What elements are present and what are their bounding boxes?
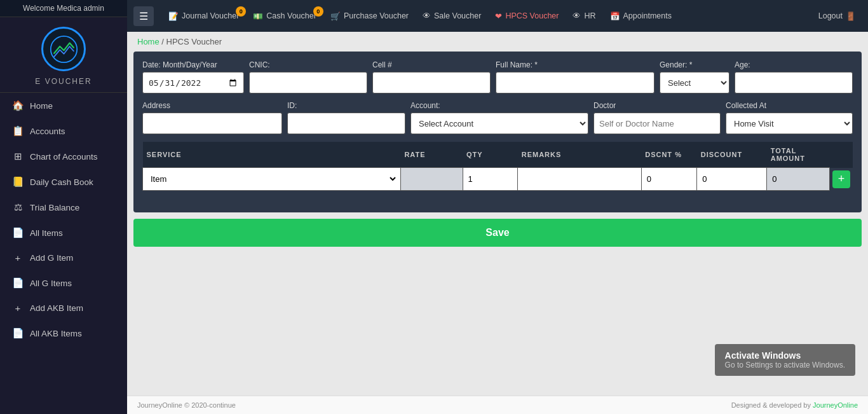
- sidebar-item-addakbitem-label: Add AKB Item: [30, 303, 83, 313]
- total-input[interactable]: [770, 171, 827, 187]
- save-button[interactable]: Save: [133, 219, 862, 247]
- cnic-label: CNIC:: [249, 60, 367, 69]
- topbar-journal-label: Journal Voucher: [182, 11, 239, 20]
- topbar-purchase-label: Purchase Voucher: [344, 11, 409, 20]
- cnic-input[interactable]: [249, 72, 367, 93]
- dscnt-input[interactable]: [644, 171, 695, 187]
- topbar-journal-voucher[interactable]: 📝 Journal Voucher 0: [163, 8, 245, 25]
- addgitem-icon: +: [12, 252, 24, 263]
- topbar-logout-label: Logout: [818, 11, 843, 20]
- sidebar-item-all-items[interactable]: 📄 All Items: [0, 220, 127, 245]
- address-label: Address: [142, 101, 282, 110]
- cashbook-icon: 📒: [12, 176, 24, 188]
- chart-icon: ⊞: [12, 151, 24, 162]
- sidebar-item-all-akb-items[interactable]: 📄 All AKB Items: [0, 321, 127, 346]
- collected-label: Collected At: [726, 101, 853, 110]
- form-group-gender: Gender: * Select Male Female Other: [660, 60, 729, 93]
- th-service: SERVICE: [143, 142, 401, 168]
- accounts-icon: 📋: [12, 125, 24, 137]
- sidebar-item-home[interactable]: 🏠 Home: [0, 93, 127, 118]
- topbar-sale-voucher[interactable]: 👁 Sale Voucher: [417, 8, 487, 24]
- sidebar-item-chart-of-accounts[interactable]: ⊞ Chart of Accounts: [0, 144, 127, 169]
- form-group-cnic: CNIC:: [249, 60, 367, 93]
- add-row-button[interactable]: +: [832, 170, 850, 188]
- sale-icon: 👁: [423, 11, 431, 20]
- footer-left: JourneyOnline © 2020-continue: [137, 401, 236, 409]
- discount-input[interactable]: [700, 171, 764, 187]
- age-input[interactable]: [735, 72, 853, 93]
- appointments-icon: 📅: [610, 11, 620, 21]
- logout-icon: 🚪: [846, 11, 856, 21]
- remarks-cell: [518, 168, 642, 191]
- date-input[interactable]: [142, 72, 244, 93]
- collected-select[interactable]: Home Visit Office Lab: [726, 113, 853, 134]
- add-row-cell: +: [830, 168, 853, 191]
- rate-input[interactable]: [403, 171, 460, 187]
- form-row-2: Address ID: Account: Select Account Doct…: [142, 101, 853, 134]
- remarks-input[interactable]: [520, 171, 639, 187]
- th-remarks: REMARKS: [518, 142, 642, 168]
- topbar-nav: 📝 Journal Voucher 0 💵 Cash Voucher 0 🛒 P…: [163, 8, 809, 25]
- total-cell: [767, 168, 830, 191]
- sidebar-item-all-g-items[interactable]: 📄 All G Items: [0, 270, 127, 296]
- sidebar-item-trial-label: Trial Balance: [30, 203, 79, 212]
- fullname-input[interactable]: [496, 72, 654, 93]
- allgitems-icon: 📄: [12, 277, 24, 289]
- purchase-icon: 🛒: [330, 11, 341, 21]
- form-group-doctor: Doctor: [593, 101, 721, 134]
- sidebar-item-chart-label: Chart of Accounts: [30, 152, 98, 162]
- topbar-appointments[interactable]: 📅 Appointments: [604, 8, 677, 25]
- topbar-hpcs-voucher[interactable]: ❤ HPCS Voucher: [489, 8, 564, 25]
- item-select[interactable]: Item: [146, 170, 398, 188]
- qty-input[interactable]: [466, 171, 515, 187]
- rate-cell: [400, 168, 463, 191]
- gender-select[interactable]: Select Male Female Other: [660, 72, 729, 93]
- topbar-purchase-voucher[interactable]: 🛒 Purchase Voucher: [325, 8, 414, 25]
- breadcrumb-current: HPCS Voucher: [166, 37, 222, 46]
- th-discount: DISCOUNT: [697, 142, 767, 168]
- cash-badge: 0: [313, 6, 323, 17]
- topbar-cash-voucher[interactable]: 💵 Cash Voucher 0: [247, 8, 322, 25]
- journal-voucher-icon: 📝: [168, 11, 179, 21]
- th-rate: RATE: [400, 142, 463, 168]
- cell-input[interactable]: [372, 72, 491, 93]
- hpcs-icon: ❤: [495, 11, 502, 21]
- table-row: Item: [143, 168, 853, 191]
- topbar-cash-label: Cash Voucher: [266, 11, 316, 20]
- logout-button[interactable]: Logout 🚪: [813, 8, 862, 25]
- sidebar-item-add-akb-item[interactable]: + Add AKB Item: [0, 296, 127, 321]
- content-area: Home / HPCS Voucher Date: Month/Day/Year…: [127, 32, 868, 396]
- topbar: ☰ 📝 Journal Voucher 0 💵 Cash Voucher 0 🛒…: [127, 0, 868, 32]
- age-label: Age:: [735, 60, 853, 69]
- footer-journey-link[interactable]: JourneyOnline: [813, 401, 858, 409]
- table-empty-row: [143, 191, 853, 204]
- breadcrumb-home[interactable]: Home: [137, 37, 159, 46]
- topbar-hr[interactable]: 👁 HR: [567, 8, 601, 24]
- account-select[interactable]: Select Account: [410, 113, 588, 134]
- sidebar-item-trial-balance[interactable]: ⚖ Trial Balance: [0, 195, 127, 220]
- address-input[interactable]: [142, 113, 282, 134]
- sidebar-item-allitems-label: All Items: [30, 228, 63, 238]
- allitems-icon: 📄: [12, 227, 24, 238]
- sidebar-brand: E VOUCHER: [35, 77, 92, 86]
- sidebar-item-daily-cash-book[interactable]: 📒 Daily Cash Book: [0, 169, 127, 195]
- dscnt-cell: [641, 168, 697, 191]
- date-label: Date: Month/Day/Year: [142, 60, 244, 69]
- sidebar-item-add-g-item[interactable]: + Add G Item: [0, 245, 127, 270]
- sidebar: Welcome Medica admin E VOUCHER 🏠 Home 📋 …: [0, 0, 127, 414]
- form-group-account: Account: Select Account: [410, 101, 588, 134]
- sidebar-item-accounts[interactable]: 📋 Accounts: [0, 118, 127, 144]
- doctor-input[interactable]: [593, 113, 721, 134]
- sidebar-item-allgitems-label: All G Items: [30, 279, 72, 288]
- footer-right-text: Designed & developed by: [731, 401, 813, 409]
- breadcrumb-separator: /: [161, 37, 166, 46]
- sidebar-item-home-label: Home: [30, 101, 53, 111]
- sidebar-item-allakbitems-label: All AKB Items: [30, 329, 82, 338]
- form-group-age: Age:: [735, 60, 853, 93]
- hamburger-button[interactable]: ☰: [133, 6, 154, 26]
- cell-label: Cell #: [372, 60, 491, 69]
- id-input[interactable]: [287, 113, 405, 134]
- main-area: ☰ 📝 Journal Voucher 0 💵 Cash Voucher 0 🛒…: [127, 0, 868, 414]
- breadcrumb: Home / HPCS Voucher: [127, 32, 868, 52]
- topbar-appointments-label: Appointments: [623, 11, 672, 20]
